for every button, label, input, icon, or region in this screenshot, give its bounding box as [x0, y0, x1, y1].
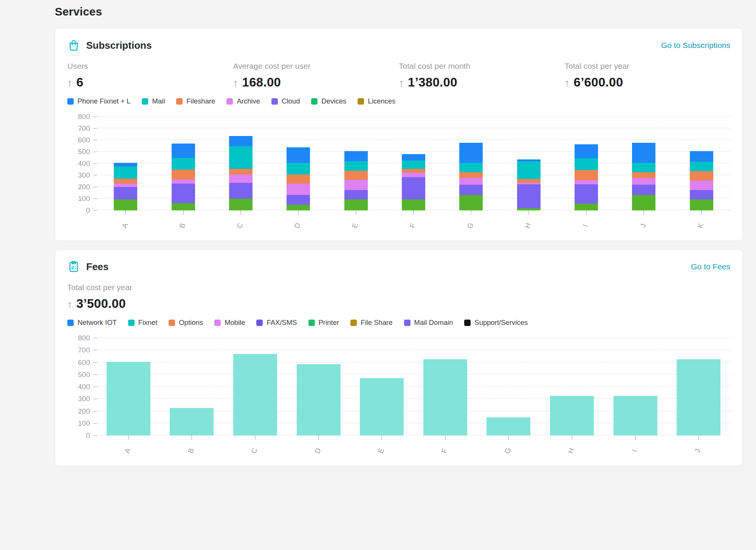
- fee-bar: [360, 378, 404, 436]
- bar-E: [360, 338, 404, 436]
- x-axis-slot: D: [287, 210, 310, 231]
- fee-bar: [423, 359, 467, 436]
- x-axis-label: H: [523, 222, 534, 230]
- legend-label: Cloud: [282, 97, 300, 105]
- bar-segment-phone-fixnet-l: [575, 144, 598, 158]
- bar-segment-mail: [114, 167, 137, 179]
- y-axis-tick-label: 800: [78, 334, 97, 342]
- go-to-subscriptions-link[interactable]: Go to Subscriptions: [661, 41, 730, 50]
- bar-segment-fileshare: [459, 172, 483, 178]
- stat-value: 1’380.00: [408, 75, 457, 90]
- bar-segment-mail: [402, 161, 425, 169]
- bar-segment-devices: [575, 204, 598, 210]
- x-tick-mark: [528, 210, 529, 215]
- x-axis-label: D: [313, 447, 324, 455]
- legend-item[interactable]: Support/Services: [464, 318, 528, 327]
- legend-item[interactable]: Fixnet: [128, 318, 157, 327]
- fee-bar: [170, 408, 214, 436]
- plot: [97, 338, 730, 436]
- x-tick-mark: [125, 210, 126, 215]
- y-tick-value: 100: [78, 195, 90, 203]
- x-axis-slot: G: [486, 436, 530, 456]
- subscriptions-card-title: Subscriptions: [86, 40, 152, 51]
- legend-item[interactable]: File Share: [350, 318, 392, 327]
- stat-value: 168.00: [242, 75, 281, 90]
- bar-segment-mail: [575, 158, 598, 170]
- bar-A: [114, 117, 137, 210]
- x-tick-mark: [643, 210, 644, 215]
- y-tick-value: 500: [78, 371, 90, 379]
- legend-item[interactable]: Printer: [308, 318, 339, 327]
- y-tick-mark: [93, 399, 97, 399]
- legend-swatch: [67, 320, 74, 326]
- legend-item[interactable]: Devices: [311, 97, 346, 105]
- legend-item[interactable]: FAX/SMS: [256, 318, 297, 327]
- legend-label: Mobile: [225, 318, 245, 327]
- legend-item[interactable]: Fileshare: [176, 97, 215, 105]
- x-tick-mark: [255, 436, 256, 440]
- subscriptions-stats-row: Users↑6Average cost per user↑168.00Total…: [67, 62, 730, 90]
- bar-segment-phone-fixnet-l: [229, 136, 253, 146]
- x-axis-label: F: [440, 447, 451, 454]
- stat-value-row: ↑6’600.00: [565, 75, 731, 90]
- stat-label: Total cost per month: [399, 62, 565, 71]
- legend-item[interactable]: Licences: [358, 97, 395, 105]
- stat-label: Users: [67, 62, 233, 71]
- x-axis-slot: C: [229, 210, 253, 231]
- x-tick-mark: [698, 436, 699, 440]
- bar-segment-mail: [287, 163, 310, 174]
- subscriptions-card-header: Subscriptions Go to Subscriptions: [67, 39, 730, 52]
- legend-item[interactable]: Mail Domain: [404, 318, 453, 327]
- x-tick-mark: [508, 436, 509, 440]
- bar-H: [517, 117, 541, 210]
- x-axis-label: D: [293, 222, 304, 230]
- x-axis-slot: E: [344, 210, 368, 231]
- bar-A: [107, 338, 150, 436]
- x-tick-mark: [572, 436, 572, 440]
- legend-label: Fixnet: [138, 318, 157, 327]
- legend-label: Phone Fixnet + L: [77, 97, 130, 105]
- bar-segment-phone-fixnet-l: [690, 151, 713, 162]
- legend-item[interactable]: Phone Fixnet + L: [67, 97, 130, 105]
- fee-bar: [550, 396, 594, 436]
- y-axis-tick-label: 500: [78, 148, 97, 156]
- legend-label: Printer: [319, 318, 339, 327]
- up-arrow-icon: ↑: [399, 77, 404, 89]
- y-tick-mark: [93, 411, 97, 412]
- bar-D: [287, 117, 310, 210]
- x-tick-mark: [183, 210, 184, 215]
- y-axis-tick-label: 100: [78, 419, 97, 428]
- bar-segment-fileshare: [114, 179, 137, 183]
- legend-label: FAX/SMS: [266, 318, 297, 327]
- y-tick-value: 700: [78, 346, 90, 354]
- bar-J: [632, 117, 655, 210]
- x-axis-label: K: [696, 222, 707, 230]
- y-axis-tick-label: 200: [78, 407, 97, 416]
- y-axis: 0100200300400500600700800: [67, 338, 97, 436]
- bar-segment-fileshare: [517, 179, 541, 183]
- legend-item[interactable]: Mail: [142, 97, 165, 105]
- x-axis-label: F: [408, 222, 419, 229]
- shopping-bag-icon: [67, 39, 80, 52]
- go-to-fees-link[interactable]: Go to Fees: [691, 262, 730, 271]
- legend-item[interactable]: Mobile: [214, 318, 245, 327]
- legend-item[interactable]: Options: [169, 318, 203, 327]
- bar-G: [459, 117, 483, 210]
- legend-item[interactable]: Network IOT: [67, 318, 117, 327]
- x-axis-label: H: [566, 447, 577, 455]
- stat: Total cost per year↑3’500.00: [67, 283, 730, 311]
- x-axis-slot: I: [575, 210, 598, 231]
- bar-segment-devices: [459, 195, 483, 210]
- legend-label: Network IOT: [77, 318, 117, 327]
- y-tick-value: 200: [78, 407, 90, 416]
- legend-label: Devices: [321, 97, 346, 105]
- legend-item[interactable]: Archive: [226, 97, 260, 105]
- legend-swatch: [311, 98, 318, 105]
- bar-G: [486, 338, 530, 436]
- x-axis-label: J: [693, 448, 704, 454]
- legend-swatch: [169, 320, 175, 326]
- x-axis-slot: C: [233, 436, 277, 456]
- bar-segment-devices: [229, 199, 253, 210]
- legend-item[interactable]: Cloud: [271, 97, 300, 105]
- fees-stats-row: Total cost per year↑3’500.00: [67, 283, 730, 311]
